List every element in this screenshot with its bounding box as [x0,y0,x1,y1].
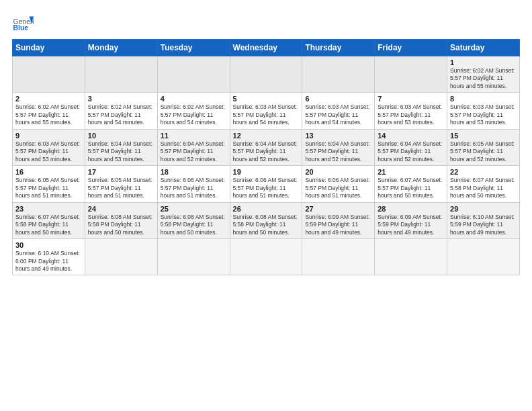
day-number: 23 [15,205,82,213]
day-number: 26 [233,205,300,213]
day-number: 18 [161,168,227,176]
day-info: Sunrise: 6:03 AM Sunset: 5:57 PM Dayligh… [15,140,82,163]
day-cell [157,56,230,93]
day-number: 9 [15,132,82,140]
day-info: Sunrise: 6:04 AM Sunset: 5:57 PM Dayligh… [161,140,227,163]
week-row-1: 2Sunrise: 6:02 AM Sunset: 5:57 PM Daylig… [13,93,520,129]
day-info: Sunrise: 6:09 AM Sunset: 5:59 PM Dayligh… [378,214,444,236]
day-info: Sunrise: 6:03 AM Sunset: 5:57 PM Dayligh… [233,103,300,126]
day-cell: 8Sunrise: 6:03 AM Sunset: 5:57 PM Daylig… [447,93,520,129]
day-number: 8 [450,95,517,103]
day-info: Sunrise: 6:05 AM Sunset: 5:57 PM Dayligh… [15,177,82,199]
day-number: 21 [378,168,444,176]
day-number: 22 [450,168,517,176]
day-info: Sunrise: 6:02 AM Sunset: 5:57 PM Dayligh… [161,103,227,126]
day-cell [302,239,375,275]
day-number: 19 [233,168,300,176]
day-info: Sunrise: 6:06 AM Sunset: 5:57 PM Dayligh… [305,177,371,199]
day-info: Sunrise: 6:03 AM Sunset: 5:57 PM Dayligh… [450,103,517,126]
day-cell: 11Sunrise: 6:04 AM Sunset: 5:57 PM Dayli… [157,129,230,165]
day-info: Sunrise: 6:07 AM Sunset: 5:57 PM Dayligh… [378,177,444,199]
day-cell [13,56,85,93]
day-cell [230,56,302,93]
day-info: Sunrise: 6:08 AM Sunset: 5:58 PM Dayligh… [161,214,227,236]
day-number: 1 [450,58,517,66]
day-cell: 12Sunrise: 6:04 AM Sunset: 5:57 PM Dayli… [230,129,302,165]
day-cell [157,239,230,275]
day-cell: 24Sunrise: 6:08 AM Sunset: 5:58 PM Dayli… [85,202,157,238]
svg-text:Blue: Blue [13,24,29,32]
day-cell: 6Sunrise: 6:03 AM Sunset: 5:57 PM Daylig… [302,93,375,129]
day-number: 7 [378,95,444,103]
week-row-4: 23Sunrise: 6:07 AM Sunset: 5:58 PM Dayli… [13,202,520,238]
day-info: Sunrise: 6:04 AM Sunset: 5:57 PM Dayligh… [233,140,300,163]
day-cell [230,239,302,275]
day-info: Sunrise: 6:10 AM Sunset: 5:59 PM Dayligh… [450,214,517,236]
day-cell: 27Sunrise: 6:09 AM Sunset: 5:59 PM Dayli… [302,202,375,238]
day-number: 10 [88,132,154,140]
day-number: 2 [15,95,82,103]
weekday-sunday: Sunday [13,40,85,56]
logo: General Blue [12,12,34,34]
day-info: Sunrise: 6:08 AM Sunset: 5:58 PM Dayligh… [233,214,300,236]
weekday-saturday: Saturday [447,40,520,56]
day-number: 20 [305,168,371,176]
weekday-header-row: SundayMondayTuesdayWednesdayThursdayFrid… [13,40,520,56]
day-cell: 2Sunrise: 6:02 AM Sunset: 5:57 PM Daylig… [13,93,85,129]
day-number: 29 [450,205,517,213]
page: General Blue SundayMondayTuesdayWednesda… [0,0,532,282]
week-row-3: 16Sunrise: 6:05 AM Sunset: 5:57 PM Dayli… [13,166,520,202]
day-number: 5 [233,95,300,103]
day-cell [85,56,157,93]
weekday-friday: Friday [375,40,447,56]
weekday-tuesday: Tuesday [157,40,230,56]
day-cell: 30Sunrise: 6:10 AM Sunset: 6:00 PM Dayli… [13,239,85,275]
day-number: 28 [378,205,444,213]
day-cell: 19Sunrise: 6:06 AM Sunset: 5:57 PM Dayli… [230,166,302,202]
day-info: Sunrise: 6:07 AM Sunset: 5:58 PM Dayligh… [450,177,517,199]
header: General Blue [12,12,520,34]
day-number: 4 [161,95,227,103]
day-cell: 16Sunrise: 6:05 AM Sunset: 5:57 PM Dayli… [13,166,85,202]
day-cell: 15Sunrise: 6:05 AM Sunset: 5:57 PM Dayli… [447,129,520,165]
day-cell: 18Sunrise: 6:06 AM Sunset: 5:57 PM Dayli… [157,166,230,202]
day-number: 24 [88,205,154,213]
day-number: 17 [88,168,154,176]
day-cell: 28Sunrise: 6:09 AM Sunset: 5:59 PM Dayli… [375,202,447,238]
week-row-5: 30Sunrise: 6:10 AM Sunset: 6:00 PM Dayli… [13,239,520,275]
day-cell: 3Sunrise: 6:02 AM Sunset: 5:57 PM Daylig… [85,93,157,129]
day-cell: 20Sunrise: 6:06 AM Sunset: 5:57 PM Dayli… [302,166,375,202]
day-cell: 21Sunrise: 6:07 AM Sunset: 5:57 PM Dayli… [375,166,447,202]
calendar-table: SundayMondayTuesdayWednesdayThursdayFrid… [12,39,520,275]
day-number: 15 [450,132,517,140]
day-number: 13 [305,132,371,140]
week-row-2: 9Sunrise: 6:03 AM Sunset: 5:57 PM Daylig… [13,129,520,165]
day-info: Sunrise: 6:02 AM Sunset: 5:57 PM Dayligh… [450,67,517,90]
weekday-monday: Monday [85,40,157,56]
day-number: 25 [161,205,227,213]
day-info: Sunrise: 6:03 AM Sunset: 5:57 PM Dayligh… [378,103,444,126]
day-cell [375,239,447,275]
day-info: Sunrise: 6:06 AM Sunset: 5:57 PM Dayligh… [161,177,227,199]
day-number: 14 [378,132,444,140]
day-cell [447,239,520,275]
day-number: 16 [15,168,82,176]
day-cell: 22Sunrise: 6:07 AM Sunset: 5:58 PM Dayli… [447,166,520,202]
day-info: Sunrise: 6:05 AM Sunset: 5:57 PM Dayligh… [450,140,517,163]
day-number: 27 [305,205,371,213]
day-info: Sunrise: 6:03 AM Sunset: 5:57 PM Dayligh… [305,103,371,126]
day-info: Sunrise: 6:08 AM Sunset: 5:58 PM Dayligh… [88,214,154,236]
day-number: 12 [233,132,300,140]
day-cell [85,239,157,275]
day-cell: 4Sunrise: 6:02 AM Sunset: 5:57 PM Daylig… [157,93,230,129]
day-cell: 26Sunrise: 6:08 AM Sunset: 5:58 PM Dayli… [230,202,302,238]
day-cell: 1Sunrise: 6:02 AM Sunset: 5:57 PM Daylig… [447,56,520,93]
day-cell: 10Sunrise: 6:04 AM Sunset: 5:57 PM Dayli… [85,129,157,165]
weekday-wednesday: Wednesday [230,40,302,56]
day-number: 30 [15,241,82,249]
day-cell: 7Sunrise: 6:03 AM Sunset: 5:57 PM Daylig… [375,93,447,129]
day-info: Sunrise: 6:04 AM Sunset: 5:57 PM Dayligh… [305,140,371,163]
day-cell: 29Sunrise: 6:10 AM Sunset: 5:59 PM Dayli… [447,202,520,238]
day-info: Sunrise: 6:04 AM Sunset: 5:57 PM Dayligh… [88,140,154,163]
day-info: Sunrise: 6:10 AM Sunset: 6:00 PM Dayligh… [15,250,82,273]
